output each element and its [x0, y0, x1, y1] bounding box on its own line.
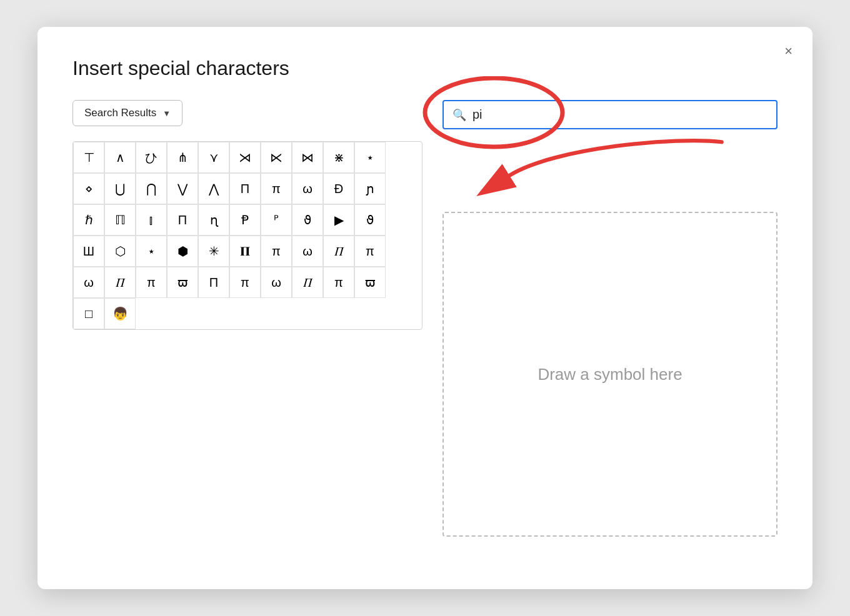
symbol-cell[interactable]: ϑ — [292, 204, 323, 236]
symbol-cell[interactable]: π — [229, 267, 261, 298]
symbol-cell[interactable]: π — [261, 236, 292, 267]
symbol-cell[interactable]: ⋔ — [167, 142, 198, 173]
symbol-cell[interactable]: ⊤ — [73, 142, 104, 173]
left-panel: Search Results ▼ ⊤∧ひ⋔⋎⋊⋉⋈⋇⋆⋄⋃⋂⋁⋀ΠπωÐɲℏℿ⫿… — [72, 100, 422, 537]
insert-special-characters-dialog: × Insert special characters Search Resul… — [38, 27, 812, 589]
chevron-down-icon: ▼ — [162, 109, 171, 118]
symbol-cell[interactable]: 𝚷 — [229, 236, 261, 267]
symbol-cell[interactable]: ɳ — [198, 204, 229, 236]
symbol-cell[interactable]: ϖ — [167, 267, 198, 298]
symbol-cell[interactable]: ⋂ — [136, 173, 167, 204]
symbol-cell[interactable]: ɲ — [354, 173, 386, 204]
symbol-cell[interactable]: Ш — [73, 236, 104, 267]
annotation-arrow — [442, 127, 778, 202]
symbol-cell[interactable]: 👦 — [104, 298, 136, 329]
symbol-cell[interactable]: ⋀ — [198, 173, 229, 204]
symbol-cell[interactable]: ひ — [136, 142, 167, 173]
symbol-cell[interactable]: ⋆ — [354, 142, 386, 173]
search-icon: 🔍 — [452, 108, 466, 122]
symbol-cell[interactable]: ⋎ — [198, 142, 229, 173]
symbol-cell[interactable]: ∧ — [104, 142, 136, 173]
draw-label: Draw a symbol here — [538, 365, 682, 384]
right-panel: 🔍 — [442, 100, 778, 537]
search-box: 🔍 — [442, 100, 778, 129]
close-button[interactable]: × — [784, 44, 792, 58]
symbol-cell[interactable]: ω — [292, 173, 323, 204]
symbol-cell[interactable]: ⋃ — [104, 173, 136, 204]
symbol-cell[interactable]: ⋆ — [136, 236, 167, 267]
symbol-cell[interactable]: ᴾ — [261, 204, 292, 236]
symbol-cell[interactable]: ω — [261, 267, 292, 298]
symbol-cell[interactable]: Π — [229, 173, 261, 204]
symbol-cell[interactable]: ⋄ — [73, 173, 104, 204]
symbol-cell[interactable]: π — [323, 267, 354, 298]
symbol-cell[interactable]: ℿ — [104, 204, 136, 236]
symbol-cell[interactable]: ⫿ — [136, 204, 167, 236]
symbol-cell[interactable]: π — [354, 236, 386, 267]
draw-area[interactable]: Draw a symbol here — [442, 212, 778, 537]
symbol-cell[interactable]: □ — [73, 298, 104, 329]
symbol-cell[interactable]: 𝛱 — [104, 267, 136, 298]
search-container: 🔍 — [442, 100, 778, 129]
symbol-cell[interactable]: ϑ — [354, 204, 386, 236]
symbol-cell[interactable]: ⬢ — [167, 236, 198, 267]
symbol-cell[interactable]: Ð — [323, 173, 354, 204]
content-area: Search Results ▼ ⊤∧ひ⋔⋎⋊⋉⋈⋇⋆⋄⋃⋂⋁⋀ΠπωÐɲℏℿ⫿… — [72, 100, 778, 537]
symbol-cell[interactable]: ⋊ — [229, 142, 261, 173]
symbol-cell[interactable]: ω — [292, 236, 323, 267]
dialog-title: Insert special characters — [72, 57, 778, 80]
arrow-annotation — [442, 139, 778, 202]
symbol-cell[interactable]: Ᵽ — [229, 204, 261, 236]
symbol-cell[interactable]: π — [136, 267, 167, 298]
symbol-cell[interactable]: Π — [198, 267, 229, 298]
search-input[interactable] — [472, 107, 768, 122]
symbol-cell[interactable]: π — [261, 173, 292, 204]
category-dropdown[interactable]: Search Results ▼ — [72, 100, 182, 126]
symbol-cell[interactable]: ✳ — [198, 236, 229, 267]
symbol-cell[interactable]: 𝛱 — [292, 267, 323, 298]
symbol-cell[interactable]: ⋉ — [261, 142, 292, 173]
dropdown-label: Search Results — [84, 107, 156, 119]
symbol-cell[interactable]: Π — [167, 204, 198, 236]
symbols-grid: ⊤∧ひ⋔⋎⋊⋉⋈⋇⋆⋄⋃⋂⋁⋀ΠπωÐɲℏℿ⫿ΠɳⱣᴾϑ▶ϑШ⬡⋆⬢✳𝚷πω𝛱π… — [72, 141, 422, 330]
symbol-cell[interactable]: ϖ — [354, 267, 386, 298]
symbol-cell[interactable]: ⋁ — [167, 173, 198, 204]
symbol-cell[interactable]: ▶ — [323, 204, 354, 236]
symbol-cell[interactable]: ⋈ — [292, 142, 323, 173]
symbol-cell[interactable]: ℏ — [73, 204, 104, 236]
symbol-cell[interactable]: ⋇ — [323, 142, 354, 173]
symbol-cell[interactable]: ω — [73, 267, 104, 298]
symbol-cell[interactable]: ⬡ — [104, 236, 136, 267]
symbol-cell[interactable]: 𝛱 — [323, 236, 354, 267]
